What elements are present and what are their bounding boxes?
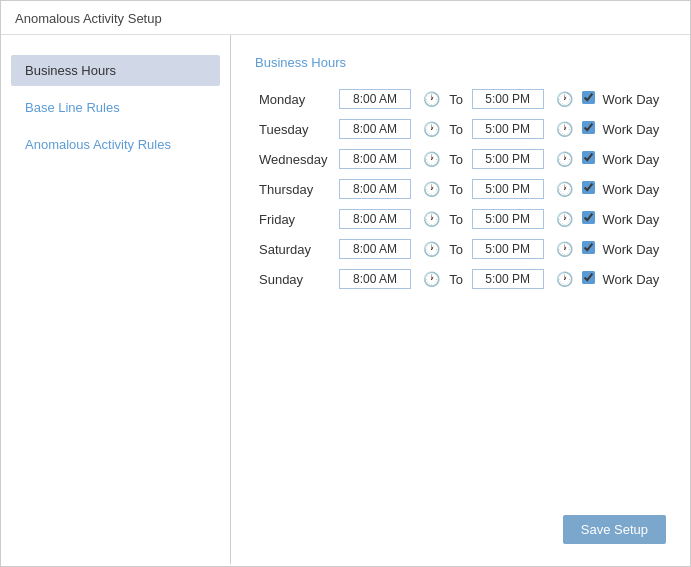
end-time-cell-monday <box>468 84 550 114</box>
end-clock-icon-saturday[interactable]: 🕐 <box>556 241 573 257</box>
start-time-input-saturday[interactable] <box>339 239 411 259</box>
workday-label: Work Day <box>603 272 660 287</box>
workday-checkbox-saturday[interactable] <box>582 241 595 254</box>
start-time-input-tuesday[interactable] <box>339 119 411 139</box>
table-row: Tuesday 🕐 To 🕐 Work Day <box>255 114 666 144</box>
end-time-cell-wednesday <box>468 144 550 174</box>
end-clock-cell: 🕐 <box>550 234 578 264</box>
start-time-cell-sunday <box>335 264 417 294</box>
workday-checkbox-cell: Work Day <box>578 114 666 144</box>
end-time-input-tuesday[interactable] <box>472 119 544 139</box>
end-clock-icon-tuesday[interactable]: 🕐 <box>556 121 573 137</box>
end-time-cell-thursday <box>468 174 550 204</box>
start-clock-icon-thursday[interactable]: 🕐 <box>423 181 440 197</box>
start-clock-cell: 🕐 <box>417 114 445 144</box>
table-row: Wednesday 🕐 To 🕐 Work Day <box>255 144 666 174</box>
end-time-cell-tuesday <box>468 114 550 144</box>
end-clock-icon-friday[interactable]: 🕐 <box>556 211 573 227</box>
workday-checkbox-thursday[interactable] <box>582 181 595 194</box>
day-label-wednesday: Wednesday <box>255 144 335 174</box>
workday-checkbox-friday[interactable] <box>582 211 595 224</box>
save-setup-button[interactable]: Save Setup <box>563 515 666 544</box>
workday-label: Work Day <box>603 122 660 137</box>
end-time-input-monday[interactable] <box>472 89 544 109</box>
sidebar: Business HoursBase Line RulesAnomalous A… <box>1 35 231 564</box>
workday-checkbox-tuesday[interactable] <box>582 121 595 134</box>
day-label-saturday: Saturday <box>255 234 335 264</box>
section-title: Business Hours <box>255 55 666 70</box>
end-time-input-wednesday[interactable] <box>472 149 544 169</box>
day-label-tuesday: Tuesday <box>255 114 335 144</box>
workday-checkbox-cell: Work Day <box>578 144 666 174</box>
day-label-sunday: Sunday <box>255 264 335 294</box>
end-time-cell-saturday <box>468 234 550 264</box>
end-time-input-sunday[interactable] <box>472 269 544 289</box>
sidebar-item-base-line-rules[interactable]: Base Line Rules <box>11 92 220 123</box>
start-clock-icon-friday[interactable]: 🕐 <box>423 211 440 227</box>
workday-label: Work Day <box>603 182 660 197</box>
to-label: To <box>445 144 467 174</box>
start-clock-icon-tuesday[interactable]: 🕐 <box>423 121 440 137</box>
to-label: To <box>445 84 467 114</box>
workday-checkbox-cell: Work Day <box>578 84 666 114</box>
footer: Save Setup <box>563 515 666 544</box>
table-row: Monday 🕐 To 🕐 Work Day <box>255 84 666 114</box>
end-time-cell-sunday <box>468 264 550 294</box>
start-time-input-thursday[interactable] <box>339 179 411 199</box>
start-time-input-sunday[interactable] <box>339 269 411 289</box>
end-time-input-friday[interactable] <box>472 209 544 229</box>
start-clock-icon-wednesday[interactable]: 🕐 <box>423 151 440 167</box>
end-clock-cell: 🕐 <box>550 174 578 204</box>
start-clock-icon-saturday[interactable]: 🕐 <box>423 241 440 257</box>
end-time-cell-friday <box>468 204 550 234</box>
start-clock-cell: 🕐 <box>417 264 445 294</box>
end-clock-icon-thursday[interactable]: 🕐 <box>556 181 573 197</box>
start-clock-cell: 🕐 <box>417 234 445 264</box>
to-label: To <box>445 234 467 264</box>
start-clock-cell: 🕐 <box>417 204 445 234</box>
table-row: Sunday 🕐 To 🕐 Work Day <box>255 264 666 294</box>
workday-label: Work Day <box>603 212 660 227</box>
day-label-thursday: Thursday <box>255 174 335 204</box>
workday-checkbox-cell: Work Day <box>578 234 666 264</box>
start-time-cell-tuesday <box>335 114 417 144</box>
start-time-input-monday[interactable] <box>339 89 411 109</box>
workday-checkbox-sunday[interactable] <box>582 271 595 284</box>
end-clock-cell: 🕐 <box>550 84 578 114</box>
end-clock-icon-monday[interactable]: 🕐 <box>556 91 573 107</box>
start-time-cell-monday <box>335 84 417 114</box>
end-clock-icon-wednesday[interactable]: 🕐 <box>556 151 573 167</box>
table-row: Thursday 🕐 To 🕐 Work Day <box>255 174 666 204</box>
workday-label: Work Day <box>603 242 660 257</box>
end-clock-cell: 🕐 <box>550 204 578 234</box>
start-clock-icon-monday[interactable]: 🕐 <box>423 91 440 107</box>
start-time-cell-saturday <box>335 234 417 264</box>
end-clock-cell: 🕐 <box>550 264 578 294</box>
workday-label: Work Day <box>603 92 660 107</box>
workday-checkbox-cell: Work Day <box>578 204 666 234</box>
end-time-input-thursday[interactable] <box>472 179 544 199</box>
day-label-friday: Friday <box>255 204 335 234</box>
workday-checkbox-wednesday[interactable] <box>582 151 595 164</box>
content-area: Business Hours Monday 🕐 To 🕐 Work Day Tu… <box>231 35 690 564</box>
day-label-monday: Monday <box>255 84 335 114</box>
workday-checkbox-monday[interactable] <box>582 91 595 104</box>
start-time-input-wednesday[interactable] <box>339 149 411 169</box>
start-clock-cell: 🕐 <box>417 84 445 114</box>
to-label: To <box>445 174 467 204</box>
workday-checkbox-cell: Work Day <box>578 264 666 294</box>
start-clock-cell: 🕐 <box>417 144 445 174</box>
start-clock-icon-sunday[interactable]: 🕐 <box>423 271 440 287</box>
sidebar-item-anomalous-activity-rules[interactable]: Anomalous Activity Rules <box>11 129 220 160</box>
hours-table: Monday 🕐 To 🕐 Work Day Tuesday <box>255 84 666 294</box>
to-label: To <box>445 204 467 234</box>
end-clock-icon-sunday[interactable]: 🕐 <box>556 271 573 287</box>
to-label: To <box>445 264 467 294</box>
workday-label: Work Day <box>603 152 660 167</box>
end-time-input-saturday[interactable] <box>472 239 544 259</box>
start-time-input-friday[interactable] <box>339 209 411 229</box>
end-clock-cell: 🕐 <box>550 144 578 174</box>
workday-checkbox-cell: Work Day <box>578 174 666 204</box>
page-title: Anomalous Activity Setup <box>1 1 690 35</box>
sidebar-item-business-hours[interactable]: Business Hours <box>11 55 220 86</box>
